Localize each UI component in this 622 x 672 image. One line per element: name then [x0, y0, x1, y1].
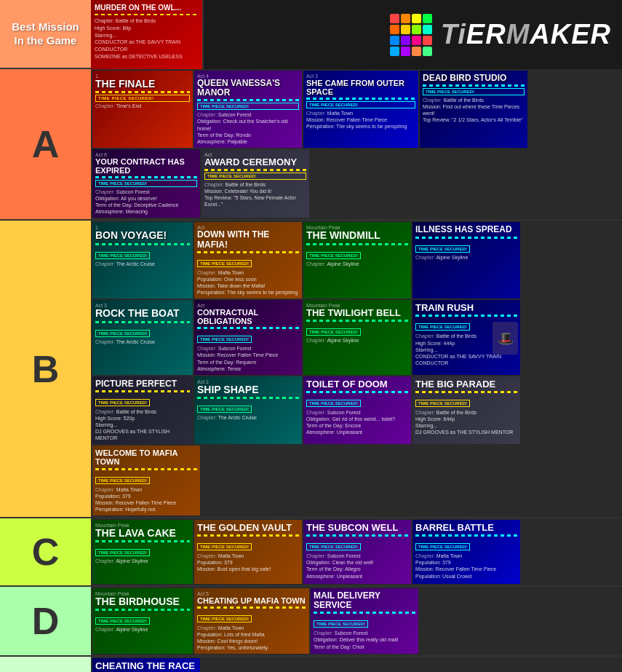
- tier-table: Best Mission In the Game MURDER ON THE O…: [0, 0, 622, 672]
- logo-pixel: [390, 36, 399, 45]
- card-title: TOILET OF DOOM: [306, 379, 408, 390]
- card-title: ROCK THE BOAT: [95, 308, 190, 319]
- tier-weakest-cards: CHEATING THE RACE TIME PIECE SECURED! Ch…: [91, 657, 622, 672]
- time-piece-badge: TIME PIECE SECURED!: [415, 323, 470, 331]
- card-illness-has-spread[interactable]: ILLNESS HAS SPREAD TIME PIECE SECURED! C…: [412, 222, 520, 299]
- time-piece-badge: TIME PIECE SECURED!: [306, 543, 361, 550]
- card-mail-delivery[interactable]: MAIL DELIVERY SERVICE TIME PIECE SECURED…: [311, 588, 418, 654]
- time-piece-badge: TIME PIECE SECURED!: [95, 252, 150, 259]
- card-title: THE SUBCON WELL: [306, 523, 408, 533]
- tier-a-cards: 1 THE FINALE TIME PIECE SECURED! Chapter…: [91, 69, 622, 219]
- time-piece-badge: TIME PIECE SECURED!: [197, 615, 252, 622]
- time-piece-badge: TIME PIECE SECURED!: [204, 173, 306, 180]
- card-info: Chapter: Battle of the Birds Mission: Fi…: [423, 97, 525, 123]
- card-title: THE BIG PARADE: [415, 379, 517, 390]
- card-bon-voyage[interactable]: 1 BON VOYAGE! TIME PIECE SECURED! Chapte…: [92, 222, 193, 299]
- card-title: CHEATING UP MAFIA TOWN: [197, 596, 306, 605]
- featured-card-info: Chapter: Battle of the Birds High Score:…: [95, 17, 199, 60]
- logo-pixel: [401, 47, 410, 56]
- card-the-finale[interactable]: 1 THE FINALE TIME PIECE SECURED! Chapter…: [92, 71, 193, 148]
- time-piece-badge: TIME PIECE SECURED!: [415, 543, 470, 550]
- featured-card-title: MURDER ON THE OWL...: [95, 4, 199, 12]
- card-train-rush[interactable]: TRAIN RUSH TIME PIECE SECURED! Chapter: …: [412, 300, 520, 375]
- card-title: ILLNESS HAS SPREAD: [415, 225, 517, 234]
- tiermaker-logo: TiERMAKER: [390, 14, 611, 56]
- time-piece-badge: TIME PIECE SECURED!: [423, 88, 525, 95]
- header-content: MURDER ON THE OWL... Chapter: Battle of …: [91, 0, 622, 69]
- logo-pixel: [423, 47, 432, 56]
- card-birdhouse[interactable]: Mountain Peak THE BIRDHOUSE TIME PIECE S…: [92, 588, 193, 654]
- card-twilight-bell[interactable]: Mountain Peak THE TWILIGHT BELL TIME PIE…: [303, 300, 411, 375]
- card-title: THE TWILIGHT BELL: [306, 308, 408, 318]
- card-title: AWARD CEREMONY: [204, 157, 306, 167]
- card-title: MAIL DELIVERY SERVICE: [314, 591, 415, 610]
- card-title: DEAD BIRD STUDIO: [423, 74, 525, 83]
- card-golden-vault[interactable]: THE GOLDEN VAULT TIME PIECE SECURED! Cha…: [194, 520, 302, 584]
- logo-pixel: [390, 25, 399, 34]
- time-piece-badge: TIME PIECE SECURED!: [197, 336, 252, 343]
- time-piece-badge: TIME PIECE SECURED!: [95, 477, 150, 484]
- card-info: Chapter: Subcon Forest Obligation: All y…: [95, 189, 197, 215]
- act-label: Act 6: [95, 152, 197, 157]
- card-title: YOUR CONTRACT HAS EXPIRED: [95, 157, 197, 175]
- card-subcon-well[interactable]: THE SUBCON WELL TIME PIECE SECURED! Chap…: [303, 520, 411, 584]
- logo-pixel: [401, 14, 410, 23]
- title-line1: Best Mission: [12, 20, 79, 33]
- card-title: PICTURE PERFECT: [95, 379, 190, 389]
- card-big-parade[interactable]: THE BIG PARADE TIME PIECE SECURED! Chapt…: [412, 376, 520, 445]
- card-down-with-mafia[interactable]: Act DOWN WITH THE MAFIA! TIME PIECE SECU…: [194, 222, 302, 299]
- card-title: THE GOLDEN VAULT: [197, 523, 299, 533]
- logo-pixel: [390, 47, 399, 56]
- tier-c-cards: Mountain Peak THE LAVA CAKE TIME PIECE S…: [91, 518, 622, 585]
- logo-pixel: [401, 36, 410, 45]
- time-piece-badge: TIME PIECE SECURED!: [95, 617, 150, 625]
- tier-label-a: A: [32, 122, 60, 166]
- card-cheating-up-mafia[interactable]: Act 5 CHEATING UP MAFIA TOWN TIME PIECE …: [194, 588, 309, 654]
- card-your-contract[interactable]: Act 6 YOUR CONTRACT HAS EXPIRED TIME PIE…: [92, 149, 200, 218]
- card-title: THE BIRDHOUSE: [95, 596, 190, 607]
- card-rock-the-boat[interactable]: Act 3 ROCK THE BOAT TIME PIECE SECURED! …: [92, 300, 193, 375]
- time-piece-badge: TIME PIECE SECURED!: [197, 406, 252, 413]
- time-piece-badge: TIME PIECE SECURED!: [415, 245, 470, 253]
- card-title: THE FINALE: [95, 79, 190, 90]
- card-title: THE LAVA CAKE: [95, 528, 190, 539]
- tier-weakest-label: Weakest Act: [0, 657, 91, 672]
- card-queen-vanessa[interactable]: Act 4 QUEEN VANESSA'S MANOR TIME PIECE S…: [194, 71, 302, 148]
- card-contractual-obligations[interactable]: Act CONTRACTUAL OBLIGATIONS TIME PIECE S…: [194, 300, 302, 375]
- featured-card[interactable]: MURDER ON THE OWL... Chapter: Battle of …: [91, 0, 204, 69]
- tier-b-label: B: [0, 221, 91, 517]
- card-award-ceremony[interactable]: Act AWARD CEREMONY TIME PIECE SECURED! C…: [202, 149, 309, 218]
- card-decoration: 🎩: [493, 322, 518, 355]
- time-piece-badge: TIME PIECE SECURED!: [197, 103, 299, 110]
- card-dead-bird-studio[interactable]: DEAD BIRD STUDIO TIME PIECE SECURED! Cha…: [420, 71, 527, 148]
- time-piece-badge: TIME PIECE SECURED!: [306, 400, 361, 407]
- card-cheating-race[interactable]: CHEATING THE RACE TIME PIECE SECURED! Ch…: [92, 658, 200, 672]
- tier-a-label: A: [0, 69, 91, 219]
- card-barrel-battle[interactable]: BARREL BATTLE TIME PIECE SECURED! Chapte…: [412, 520, 520, 584]
- card-title: WELCOME TO MAFIA TOWN: [95, 448, 197, 466]
- logo-pixel: [401, 25, 410, 34]
- tier-label-d: D: [32, 599, 60, 643]
- time-piece-badge: TIME PIECE SECURED!: [197, 260, 252, 267]
- time-piece-badge: TIME PIECE SECURED!: [95, 399, 150, 406]
- card-title: CONTRACTUAL OBLIGATIONS: [197, 308, 299, 325]
- time-piece-badge: TIME PIECE SECURED!: [95, 549, 150, 556]
- time-piece-badge: TIME PIECE SECURED!: [95, 330, 150, 337]
- card-ship-shape[interactable]: Act 2 SHIP SHAPE TIME PIECE SECURED! Cha…: [194, 376, 302, 445]
- tier-b-row: B 1 BON VOYAGE! TIME PIECE SECURED! Chap…: [0, 221, 622, 518]
- card-title: BARREL BATTLE: [415, 523, 517, 533]
- tier-label-b: B: [32, 347, 60, 391]
- card-chapter: Chapter: Time's End: [95, 103, 190, 108]
- logo-pixel: [423, 14, 432, 23]
- card-welcome-mafia-town[interactable]: WELCOME TO MAFIA TOWN TIME PIECE SECURED…: [92, 446, 200, 515]
- logo-pixel: [412, 25, 421, 34]
- tier-d-label: D: [0, 587, 91, 655]
- card-the-windmill[interactable]: Mountain Peak THE WINDMILL TIME PIECE SE…: [303, 222, 411, 299]
- card-picture-perfect[interactable]: PICTURE PERFECT TIME PIECE SECURED! Chap…: [92, 376, 193, 445]
- tier-c-label: C: [0, 518, 91, 585]
- logo-pixel: [390, 14, 399, 23]
- card-outer-space[interactable]: Act 3 SHE CAME FROM OUTER SPACE TIME PIE…: [303, 71, 418, 148]
- card-toilet-of-doom[interactable]: TOILET OF DOOM TIME PIECE SECURED! Chapt…: [303, 376, 411, 445]
- header-title: Best Mission In the Game: [12, 20, 79, 48]
- card-lava-cake[interactable]: Mountain Peak THE LAVA CAKE TIME PIECE S…: [92, 520, 193, 584]
